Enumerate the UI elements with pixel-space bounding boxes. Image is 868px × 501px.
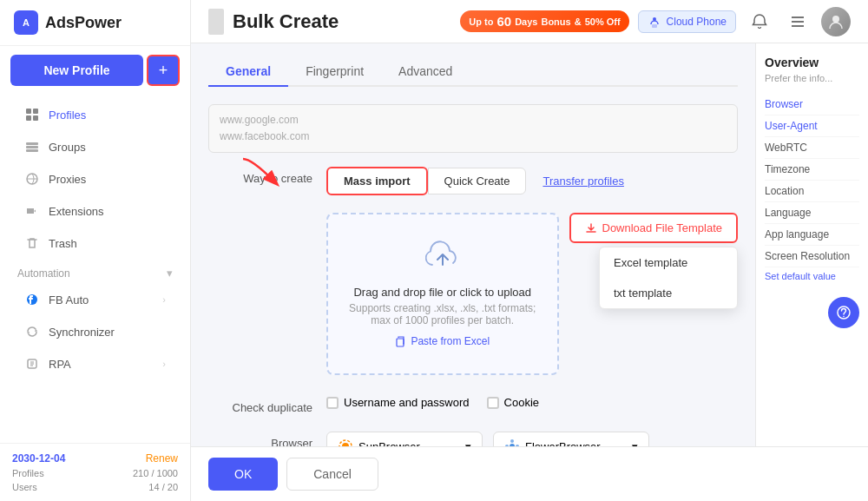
footer-stats: Profiles 210 / 1000 <box>12 468 178 478</box>
flower-browser-select[interactable]: FlowerBrowser ▾ <box>493 432 649 446</box>
extensions-label: Extensions <box>49 205 104 218</box>
right-panel-timezone[interactable]: Timezone <box>765 159 859 181</box>
automation-header: Automation ▾ <box>0 260 190 283</box>
flower-browser-chevron: ▾ <box>632 440 638 446</box>
check-cookie[interactable]: Cookie <box>487 396 539 409</box>
sidebar: A AdsPower New Profile + Profiles Groups… <box>0 0 191 501</box>
sun-browser-icon <box>338 438 353 446</box>
user-avatar[interactable] <box>821 7 851 36</box>
cancel-button[interactable]: Cancel <box>286 458 378 491</box>
footer-profiles-label: Profiles <box>12 468 44 478</box>
logo-area: A AdsPower <box>0 0 190 46</box>
footer-users: Users 14 / 20 <box>12 482 178 492</box>
svg-point-19 <box>832 16 839 23</box>
header-right: Up to 60 Days Bonus & 50% Off Cloud Phon… <box>460 7 851 36</box>
trash-icon <box>24 235 40 251</box>
extensions-icon <box>24 203 40 219</box>
right-panel-webrtc[interactable]: WebRTC <box>765 137 859 159</box>
cookie-label: Cookie <box>504 396 539 409</box>
sun-browser-select[interactable]: SunBrowser ▾ <box>326 432 483 446</box>
sidebar-item-profiles[interactable]: Profiles <box>7 99 183 130</box>
content-area: General Fingerprint Advanced www.google.… <box>191 43 868 446</box>
promo-days-label: Days <box>515 16 537 27</box>
content-main: General Fingerprint Advanced www.google.… <box>191 43 755 446</box>
right-panel-browser[interactable]: Browser <box>765 94 859 115</box>
sidebar-item-fb-auto[interactable]: FB Auto › <box>7 284 183 315</box>
support-button[interactable] <box>828 297 859 328</box>
sidebar-item-groups[interactable]: Groups <box>7 131 183 162</box>
sidebar-item-rpa[interactable]: RPA › <box>7 348 183 379</box>
page-title: Bulk Create <box>233 10 339 33</box>
automation-collapse[interactable]: ▾ <box>167 267 173 280</box>
upload-support-text: Supports creating .xlsx, .xls, .txt form… <box>345 302 540 326</box>
footer-users-value: 14 / 20 <box>148 482 178 492</box>
right-panel: Overview Prefer the info... Browser User… <box>755 43 868 446</box>
download-template-button[interactable]: Download File Template <box>569 213 739 243</box>
footer-profiles-value: 210 / 1000 <box>133 468 178 478</box>
mass-import-button[interactable]: Mass import <box>326 167 428 195</box>
excel-template-option[interactable]: Excel template <box>600 247 737 278</box>
svg-rect-1 <box>33 109 38 114</box>
flower-browser-inner: FlowerBrowser <box>504 438 601 446</box>
check-options-group: Username and password Cookie <box>326 396 738 409</box>
fb-auto-arrow: › <box>162 294 166 305</box>
rpa-icon <box>24 356 40 372</box>
footer-renew[interactable]: Renew <box>146 452 178 465</box>
quick-create-button[interactable]: Quick Create <box>428 168 527 194</box>
notifications-button[interactable] <box>745 7 774 36</box>
way-to-create-row: Way to create Mass import Quick Create T… <box>208 167 738 195</box>
promo-days: 60 <box>496 14 511 29</box>
cookie-checkbox[interactable] <box>487 397 499 409</box>
sidebar-footer: 2030-12-04 Renew Profiles 210 / 1000 Use… <box>0 443 190 501</box>
upload-row: Drag and drop file or click to upload Su… <box>326 213 738 379</box>
groups-label: Groups <box>49 141 86 154</box>
browser-options: SunBrowser ▾ FlowerBrowser ▾ <box>326 432 738 446</box>
right-panel-user-agent[interactable]: User-Agent <box>765 115 859 137</box>
txt-template-option[interactable]: txt template <box>600 278 737 308</box>
username-password-checkbox[interactable] <box>326 397 339 409</box>
fb-auto-icon <box>24 292 40 307</box>
cloud-phone-button[interactable]: Cloud Phone <box>638 10 736 33</box>
footer-date: 2030-12-04 <box>12 452 65 465</box>
menu-button[interactable] <box>783 7 812 36</box>
paste-from-excel-link[interactable]: Paste from Excel <box>345 335 540 347</box>
tab-general[interactable]: General <box>208 57 288 87</box>
right-panel-language[interactable]: Language <box>765 202 859 224</box>
sidebar-nav: Profiles Groups Proxies Extensions Trash <box>0 95 190 443</box>
paste-label: Paste from Excel <box>411 335 490 347</box>
svg-rect-21 <box>397 339 404 346</box>
promo-badge: Up to 60 Days Bonus & 50% Off <box>460 10 628 32</box>
svg-rect-0 <box>26 109 31 114</box>
sidebar-item-synchronizer[interactable]: Synchronizer <box>7 316 183 347</box>
download-template-label: Download File Template <box>602 221 723 234</box>
sidebar-item-proxies[interactable]: Proxies <box>7 163 183 194</box>
set-default-button[interactable]: Set default value <box>765 271 859 281</box>
upload-label <box>208 213 312 218</box>
upload-cloud-icon <box>345 241 540 279</box>
right-panel-screen-resolution[interactable]: Screen Resolution <box>765 246 859 267</box>
ok-button[interactable]: OK <box>208 458 278 491</box>
groups-icon <box>24 139 40 155</box>
right-panel-location[interactable]: Location <box>765 181 859 202</box>
sidebar-item-extensions[interactable]: Extensions <box>7 195 183 227</box>
tab-fingerprint[interactable]: Fingerprint <box>288 57 381 87</box>
check-username-password[interactable]: Username and password <box>326 396 470 409</box>
collapse-sidebar-button[interactable] <box>208 9 224 35</box>
check-duplicate-options: Username and password Cookie <box>326 396 738 409</box>
app-name: AdsPower <box>45 14 122 32</box>
action-buttons: OK Cancel <box>191 446 868 501</box>
transfer-profiles-link[interactable]: Transfer profiles <box>526 168 640 194</box>
download-template-container: Download File Template Excel template tx… <box>569 213 739 243</box>
username-password-label: Username and password <box>344 396 470 409</box>
new-profile-button[interactable]: New Profile <box>10 55 143 86</box>
url-input-area: www.google.com www.facebook.com <box>208 104 738 153</box>
tab-advanced[interactable]: Advanced <box>381 57 470 87</box>
profiles-icon <box>24 107 40 122</box>
upload-dropzone[interactable]: Drag and drop file or click to upload Su… <box>326 213 559 375</box>
svg-rect-3 <box>33 115 38 121</box>
new-profile-add-button[interactable]: + <box>147 55 180 86</box>
sidebar-item-trash[interactable]: Trash <box>7 227 183 259</box>
new-profile-area: New Profile + <box>0 46 190 95</box>
rpa-arrow: › <box>162 359 166 369</box>
right-panel-app-language[interactable]: App language <box>765 224 859 246</box>
